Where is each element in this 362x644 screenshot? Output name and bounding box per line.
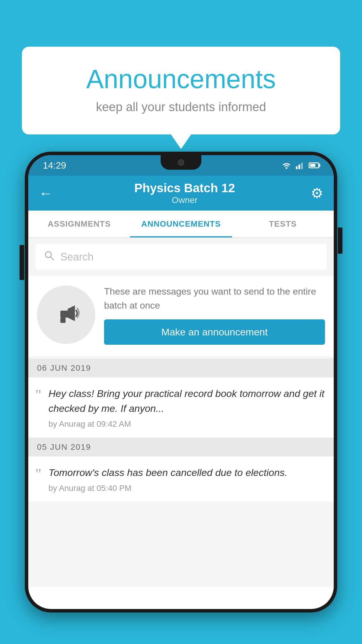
signal-icon xyxy=(296,162,305,169)
content-area: Search xyxy=(28,238,334,587)
app-bar-title-container: Physics Batch 12 Owner xyxy=(59,181,311,205)
date-separator-1: 06 JUN 2019 xyxy=(28,359,334,377)
bubble-subtitle: keep all your students informed xyxy=(45,100,317,114)
announcement-content-2: Tomorrow's class has been cancelled due … xyxy=(48,465,325,493)
tabs-container: ASSIGNMENTS ANNOUNCEMENTS TESTS xyxy=(28,211,334,238)
date-separator-2: 05 JUN 2019 xyxy=(28,438,334,456)
promo-right: These are messages you want to send to t… xyxy=(104,284,325,345)
bubble-title: Announcements xyxy=(45,64,317,94)
svg-rect-1 xyxy=(296,166,298,169)
quote-icon-2: " xyxy=(35,467,41,482)
announcement-text-2: Tomorrow's class has been cancelled due … xyxy=(48,465,325,480)
search-bar[interactable]: Search xyxy=(35,244,327,270)
promo-section: These are messages you want to send to t… xyxy=(28,276,334,356)
announcement-meta-2: by Anurag at 05:40 PM xyxy=(48,484,325,493)
phone-container: 14:29 xyxy=(25,152,337,644)
svg-line-5 xyxy=(51,257,54,260)
status-icons xyxy=(281,161,319,169)
search-placeholder: Search xyxy=(60,251,94,263)
settings-icon[interactable]: ⚙ xyxy=(311,185,323,201)
quote-icon-1: " xyxy=(35,388,41,403)
make-announcement-button[interactable]: Make an announcement xyxy=(104,319,325,345)
svg-point-0 xyxy=(286,167,287,169)
tab-tests[interactable]: TESTS xyxy=(232,211,334,237)
tab-announcements[interactable]: ANNOUNCEMENTS xyxy=(130,211,232,237)
search-icon xyxy=(44,250,55,263)
announcement-text-1: Hey class! Bring your practical record b… xyxy=(48,386,325,416)
svg-rect-3 xyxy=(301,163,303,169)
announcement-content-1: Hey class! Bring your practical record b… xyxy=(48,386,325,429)
notch xyxy=(161,155,201,170)
status-time: 14:29 xyxy=(43,160,66,171)
wifi-icon xyxy=(281,161,292,169)
back-button[interactable]: ← xyxy=(39,185,53,201)
app-bar-title: Physics Batch 12 xyxy=(59,181,311,195)
announcement-item-2[interactable]: " Tomorrow's class has been cancelled du… xyxy=(28,456,334,502)
megaphone-circle xyxy=(37,286,95,344)
battery-icon xyxy=(309,162,319,168)
megaphone-icon xyxy=(52,300,81,329)
announcement-meta-1: by Anurag at 09:42 AM xyxy=(48,419,325,429)
svg-rect-7 xyxy=(60,311,68,318)
status-bar: 14:29 xyxy=(28,155,334,176)
phone-outer: 14:29 xyxy=(25,152,337,612)
app-bar: ← Physics Batch 12 Owner ⚙ xyxy=(28,176,334,211)
phone-inner: 14:29 xyxy=(28,155,334,609)
svg-rect-8 xyxy=(60,318,66,323)
speech-bubble: Announcements keep all your students inf… xyxy=(22,47,340,134)
app-bar-subtitle: Owner xyxy=(59,195,311,205)
announcement-item-1[interactable]: " Hey class! Bring your practical record… xyxy=(28,377,334,438)
promo-description: These are messages you want to send to t… xyxy=(104,284,325,312)
speech-bubble-container: Announcements keep all your students inf… xyxy=(22,47,340,134)
svg-rect-2 xyxy=(298,164,300,169)
camera-dot xyxy=(178,159,184,166)
svg-marker-6 xyxy=(68,305,75,321)
tab-assignments[interactable]: ASSIGNMENTS xyxy=(28,211,130,237)
